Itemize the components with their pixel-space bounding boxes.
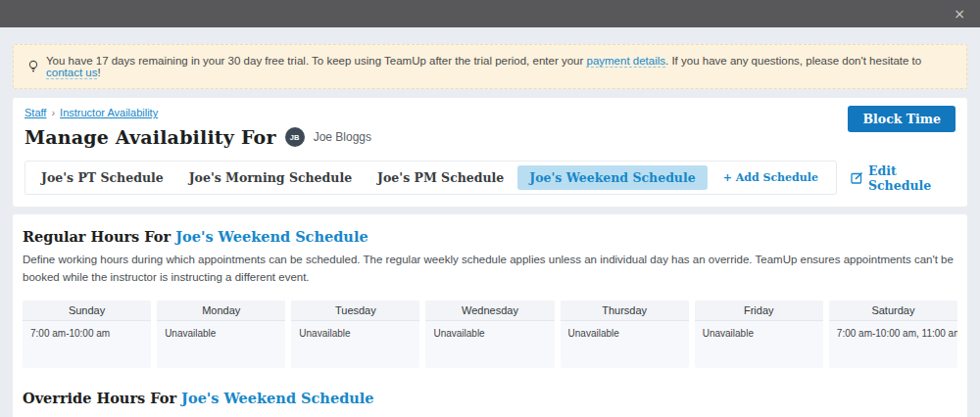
edit-schedule-button[interactable]: Edit Schedule: [851, 163, 956, 193]
trial-text-2: . If you have any questions, please don'…: [665, 55, 921, 67]
regular-hours-heading: Regular Hours For Joe's Weekend Schedule: [23, 228, 957, 245]
availability-body-card: Regular Hours For Joe's Weekend Schedule…: [13, 214, 967, 417]
day-column-wednesday[interactable]: Wednesday Unavailable: [425, 301, 554, 368]
day-header: Wednesday: [425, 301, 554, 321]
page-title: Manage Availability For: [24, 126, 276, 148]
block-time-button[interactable]: Block Time: [848, 106, 956, 132]
day-column-friday[interactable]: Friday Unavailable: [695, 301, 823, 368]
tab-joes-weekend-schedule[interactable]: Joe's Weekend Schedule: [517, 165, 707, 190]
add-schedule-button[interactable]: + Add Schedule: [710, 166, 832, 189]
day-column-saturday[interactable]: Saturday 7:00 am-10:00 am, 11:00 am-1:30…: [829, 301, 957, 368]
day-column-thursday[interactable]: Thursday Unavailable: [561, 301, 689, 368]
close-icon[interactable]: ×: [954, 7, 965, 21]
day-header: Thursday: [561, 301, 689, 321]
day-header: Saturday: [829, 301, 957, 321]
tab-joes-pt-schedule[interactable]: Joe's PT Schedule: [29, 165, 175, 190]
regular-hours-schedule-link[interactable]: Joe's Weekend Schedule: [175, 228, 368, 245]
day-hours: Unavailable: [695, 321, 823, 368]
edit-schedule-label: Edit Schedule: [868, 163, 956, 193]
override-hours-schedule-link[interactable]: Joe's Weekend Schedule: [181, 390, 373, 406]
breadcrumb-separator: ›: [51, 107, 55, 118]
day-hours: 7:00 am-10:00 am, 11:00 am-1:30 pm: [829, 321, 957, 368]
tab-joes-morning-schedule[interactable]: Joe's Morning Schedule: [177, 165, 364, 190]
weekly-hours-table: Sunday 7:00 am-10:00 am Monday Unavailab…: [23, 301, 957, 368]
day-column-tuesday[interactable]: Tuesday Unavailable: [291, 301, 419, 368]
day-hours: Unavailable: [157, 321, 285, 368]
regular-hours-section: Regular Hours For Joe's Weekend Schedule…: [23, 228, 957, 368]
payment-details-link[interactable]: payment details: [586, 55, 665, 68]
day-header: Sunday: [23, 301, 151, 321]
day-hours: Unavailable: [291, 321, 419, 368]
breadcrumb-instructor-availability-link[interactable]: Instructor Availability: [60, 107, 158, 118]
regular-hours-description: Define working hours during which appoin…: [23, 252, 957, 287]
day-hours: 7:00 am-10:00 am: [23, 321, 151, 368]
regular-hours-heading-text: Regular Hours For: [23, 228, 175, 245]
override-hours-heading-text: Override Hours For: [23, 390, 181, 406]
trial-banner-text: You have 17 days remaining in your 30 da…: [46, 55, 953, 78]
day-header: Monday: [157, 301, 285, 321]
instructor-name: Joe Bloggs: [314, 130, 371, 144]
schedule-tabs: Joe's PT Schedule Joe's Morning Schedule…: [24, 161, 837, 195]
breadcrumb-staff-link[interactable]: Staff: [24, 107, 46, 118]
day-column-sunday[interactable]: Sunday 7:00 am-10:00 am: [23, 301, 151, 368]
day-header: Friday: [695, 301, 823, 321]
day-header: Tuesday: [291, 301, 419, 321]
lightbulb-icon: [27, 60, 39, 73]
trial-banner: You have 17 days remaining in your 30 da…: [13, 44, 967, 89]
trial-text-1: You have 17 days remaining in your 30 da…: [46, 55, 586, 67]
breadcrumb: Staff›Instructor Availability: [24, 107, 956, 118]
trial-text-3: !: [97, 67, 100, 78]
availability-header-card: Staff›Instructor Availability Block Time…: [13, 98, 967, 207]
avatar: JB: [285, 127, 305, 147]
day-column-monday[interactable]: Monday Unavailable: [157, 301, 285, 368]
edit-pencil-icon: [851, 171, 863, 184]
contact-us-link[interactable]: contact us: [46, 67, 97, 79]
override-hours-heading: Override Hours For Joe's Weekend Schedul…: [23, 390, 957, 406]
tab-joes-pm-schedule[interactable]: Joe's PM Schedule: [366, 165, 515, 190]
override-hours-section: Override Hours For Joe's Weekend Schedul…: [23, 390, 957, 417]
window-titlebar: ×: [0, 0, 980, 27]
day-hours: Unavailable: [561, 321, 689, 368]
override-hours-description: Override allows you to change your avail…: [23, 413, 957, 417]
day-hours: Unavailable: [425, 321, 554, 368]
